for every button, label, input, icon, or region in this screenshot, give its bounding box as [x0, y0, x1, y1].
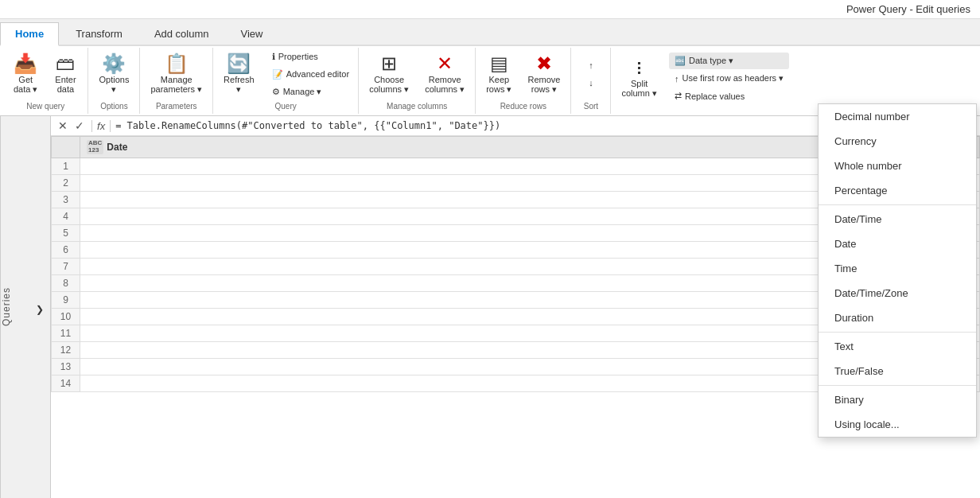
row-num-cell: 5 — [52, 224, 80, 241]
data-type-icon: 🔤 — [675, 56, 686, 66]
collapse-icon: ❯ — [36, 304, 44, 315]
manage-button[interactable]: ⚙ Manage ▾ — [266, 84, 356, 100]
remove-rows-icon: ✖ — [536, 54, 552, 73]
manage-columns-label: Manage columns — [362, 100, 472, 112]
refresh-label: Refresh▾ — [224, 75, 255, 95]
dropdown-item-text[interactable]: Text — [819, 334, 976, 359]
sidebar-toggle[interactable]: ❯ — [29, 116, 51, 498]
replace-values-label: Replace values — [685, 91, 745, 101]
manage-label: Manage ▾ — [283, 87, 322, 97]
dropdown-separator — [819, 204, 976, 205]
keep-rows-label: Keeprows ▾ — [486, 75, 511, 95]
remove-rows-button[interactable]: ✖ Removerows ▾ — [520, 50, 567, 99]
dropdown-item-datetimezone[interactable]: Date/Time/Zone — [819, 281, 976, 305]
row-num-cell: 14 — [52, 375, 80, 391]
options-icon: ⚙️ — [102, 54, 126, 73]
dropdown-item-decimal-number[interactable]: Decimal number — [819, 104, 976, 129]
use-first-row-button[interactable]: ↑ Use first row as headers ▾ — [669, 70, 789, 87]
manage-columns-btns: ⊞ Choosecolumns ▾ ✕ Removecolumns ▾ — [362, 48, 472, 100]
split-column-icon: ⫶ — [635, 58, 644, 77]
dropdown-item-date[interactable]: Date — [819, 231, 976, 256]
dropdown-item-datetime[interactable]: Date/Time — [819, 207, 976, 231]
dropdown-item-whole-number[interactable]: Whole number — [819, 154, 976, 178]
dropdown-item-currency[interactable]: Currency — [819, 129, 976, 154]
col-type-icon: ABC123 — [87, 140, 103, 154]
query-section-label: Query — [216, 100, 355, 112]
replace-values-button[interactable]: ⇄ Replace values — [669, 88, 789, 104]
row-num-cell: 2 — [52, 174, 80, 191]
row-num-cell: 1 — [52, 158, 80, 174]
remove-columns-icon: ✕ — [437, 54, 453, 73]
replace-values-icon: ⇄ — [675, 91, 682, 101]
refresh-button[interactable]: 🔄 Refresh▾ — [216, 50, 262, 99]
row-num-cell: 7 — [52, 258, 80, 274]
dropdown-separator — [819, 385, 976, 386]
remove-rows-label: Removerows ▾ — [527, 75, 560, 95]
parameters-section-label: Parameters — [143, 100, 209, 112]
row-num-header — [52, 137, 80, 158]
reduce-rows-label: Reduce rows — [479, 100, 567, 112]
use-first-row-label: Use first row as headers ▾ — [682, 73, 784, 84]
dropdown-item-duration[interactable]: Duration — [819, 305, 976, 330]
tab-transform[interactable]: Transform — [60, 22, 138, 45]
tab-view[interactable]: View — [226, 22, 278, 45]
ribbon-section-sort: ↑ ↓ Sort — [571, 48, 611, 114]
ribbon-section-manage-columns: ⊞ Choosecolumns ▾ ✕ Removecolumns ▾ Mana… — [359, 48, 476, 114]
options-button[interactable]: ⚙️ Options▾ — [91, 50, 136, 99]
row-num-cell: 12 — [52, 341, 80, 358]
enter-data-label: Enterdata — [55, 75, 76, 94]
row-num-cell: 9 — [52, 291, 80, 308]
transform-small-group: 🔤 Data type ▾ ↑ Use first row as headers… — [669, 53, 789, 104]
dropdown-item-time[interactable]: Time — [819, 256, 976, 281]
ribbon-section-parameters: 📋 Manageparameters ▾ Parameters — [140, 48, 213, 114]
choose-columns-button[interactable]: ⊞ Choosecolumns ▾ — [362, 50, 416, 99]
tab-addcolumn[interactable]: Add column — [139, 22, 224, 45]
remove-columns-button[interactable]: ✕ Removecolumns ▾ — [418, 50, 472, 99]
properties-button[interactable]: ℹ Properties — [266, 49, 356, 65]
formula-confirm-icon[interactable]: ✓ — [72, 119, 87, 133]
row-num-cell: 11 — [52, 325, 80, 341]
row-num-cell: 13 — [52, 358, 80, 375]
tab-home[interactable]: Home — [0, 22, 59, 46]
get-data-button[interactable]: 📥 Getdata ▾ — [6, 50, 45, 99]
tab-bar: Home Transform Add column View — [0, 19, 980, 46]
options-btns: ⚙️ Options▾ — [91, 48, 136, 100]
ribbon-section-options: ⚙️ Options▾ Options — [88, 48, 140, 114]
options-label: Options▾ — [99, 75, 129, 95]
dropdown-item-percentage[interactable]: Percentage — [819, 178, 976, 203]
sort-desc-button[interactable]: ↓ — [583, 75, 599, 91]
queries-label: Queries — [1, 286, 12, 325]
data-type-button[interactable]: 🔤 Data type ▾ — [669, 53, 789, 69]
queries-sidebar[interactable]: Queries — [0, 116, 29, 498]
split-column-button[interactable]: ⫶ Splitcolumn ▾ — [614, 54, 664, 103]
advanced-editor-icon: 📝 — [272, 69, 283, 80]
row-num-cell: 3 — [52, 191, 80, 208]
data-type-dropdown: Decimal numberCurrencyWhole numberPercen… — [818, 103, 977, 438]
parameters-btns: 📋 Manageparameters ▾ — [143, 48, 209, 100]
dropdown-item-truefalse[interactable]: True/False — [819, 359, 976, 383]
ribbon-section-reduce-rows: ▤ Keeprows ▾ ✖ Removerows ▾ Reduce rows — [476, 48, 571, 114]
split-column-label: Splitcolumn ▾ — [621, 79, 657, 99]
dropdown-item-binary[interactable]: Binary — [819, 387, 976, 412]
properties-label: Properties — [278, 52, 318, 61]
keep-rows-button[interactable]: ▤ Keeprows ▾ — [479, 50, 519, 99]
advanced-editor-label: Advanced editor — [286, 69, 350, 79]
formula-cancel-icon[interactable]: ✕ — [56, 119, 70, 133]
options-label-section: Options — [91, 100, 136, 112]
enter-data-button[interactable]: 🗃 Enterdata — [46, 50, 84, 98]
query-small-group: ℹ Properties 📝 Advanced editor ⚙ Manage … — [266, 49, 356, 100]
remove-columns-label: Removecolumns ▾ — [425, 75, 465, 95]
reduce-rows-btns: ▤ Keeprows ▾ ✖ Removerows ▾ — [479, 48, 567, 100]
sort-asc-button[interactable]: ↑ — [583, 57, 599, 73]
manage-icon: ⚙ — [272, 87, 280, 97]
row-num-cell: 8 — [52, 274, 80, 291]
dropdown-item-using-locale[interactable]: Using locale... — [819, 412, 976, 437]
manage-parameters-button[interactable]: 📋 Manageparameters ▾ — [143, 50, 209, 99]
new-query-label: New query — [6, 100, 84, 112]
new-query-btns: 📥 Getdata ▾ 🗃 Enterdata — [6, 48, 84, 100]
advanced-editor-button[interactable]: 📝 Advanced editor — [266, 66, 356, 83]
dropdown-separator — [819, 332, 976, 333]
transform-section-label — [614, 109, 789, 112]
transform-btns: ⫶ Splitcolumn ▾ 🔤 Data type ▾ ↑ Use firs… — [614, 48, 789, 109]
title-bar: Power Query - Edit queries — [0, 0, 980, 19]
